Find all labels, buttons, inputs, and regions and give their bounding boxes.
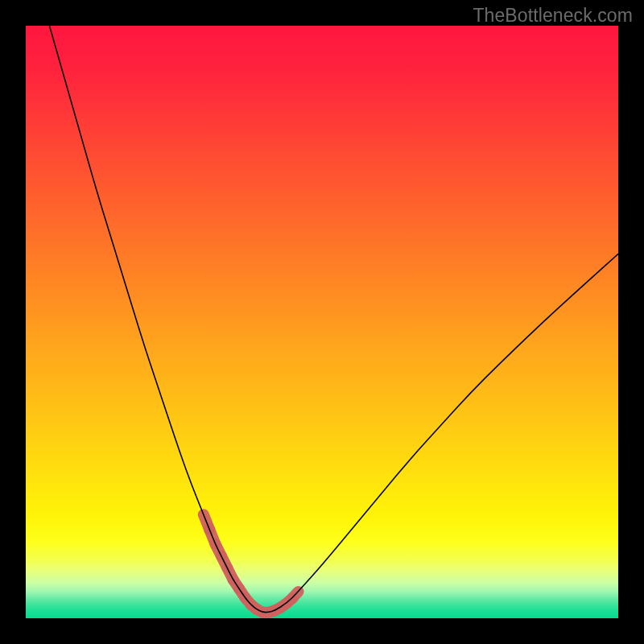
chart-svg: [26, 26, 618, 618]
watermark-text: TheBottleneck.com: [473, 5, 633, 27]
chart-background: [26, 26, 618, 618]
plot-area: [26, 26, 618, 618]
chart-frame: TheBottleneck.com: [0, 0, 644, 644]
